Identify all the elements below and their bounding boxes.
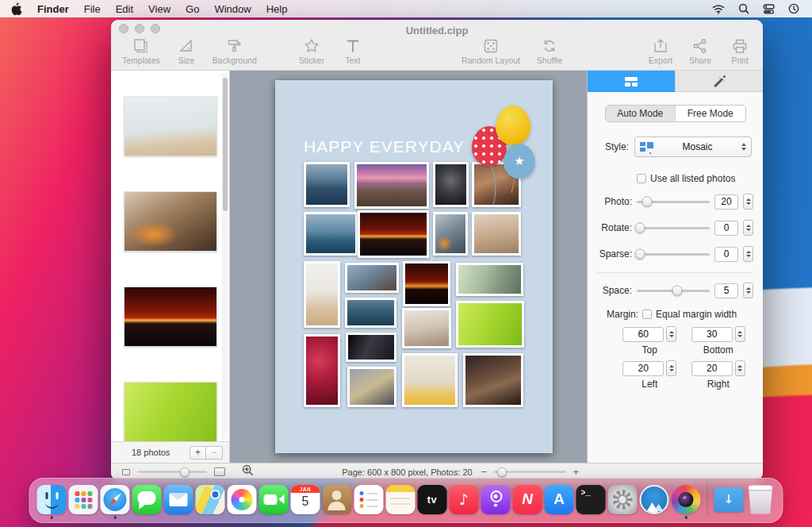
sparse-stepper[interactable] [743,246,753,262]
photo-slider[interactable] [637,201,710,203]
print-button[interactable]: Print [726,37,753,65]
thumbnail-size-slider[interactable] [137,471,207,473]
text-button[interactable]: Text [339,37,366,65]
control-center-icon[interactable] [763,4,775,14]
zoom-in-button[interactable]: + [573,467,579,477]
margin-right-input[interactable]: 20 [691,361,733,376]
templates-button[interactable]: Templates [122,37,160,65]
canvas-zoom-slider[interactable] [493,471,566,473]
margin-top-stepper[interactable] [666,326,676,342]
collage-photo-woman-at-window[interactable] [463,353,523,407]
balloons-sticker[interactable] [465,104,557,223]
slider-thumb[interactable] [672,286,682,296]
sparse-slider[interactable] [637,253,710,256]
photo-stepper[interactable] [743,194,753,210]
photo-thumb-red-sunset[interactable] [124,287,217,347]
tab-layout[interactable] [588,71,675,92]
photo-thumb-green-mantis[interactable] [124,382,217,442]
collage-photo-ocean-waves[interactable] [304,212,358,256]
style-dropdown[interactable]: Mosaic [634,137,752,157]
collage-photo-dark-knight[interactable] [346,333,396,362]
collage-photo-scifi-scene[interactable] [433,212,468,256]
dock-notes[interactable] [386,485,416,514]
dock-maps[interactable] [196,485,225,514]
dock-launchpad[interactable] [69,485,98,514]
size-button[interactable]: Size [173,37,200,65]
menu-item-go[interactable]: Go [186,3,199,15]
sparse-value[interactable]: 0 [714,247,738,262]
dock-music[interactable] [450,485,479,514]
random-layout-button[interactable]: Random Layout [462,37,520,65]
collage-photo-green-mantis[interactable] [456,301,524,348]
space-slider[interactable] [637,290,710,292]
zoom-button[interactable] [151,24,160,33]
slider-thumb[interactable] [497,467,507,477]
collage-page[interactable]: HAPPY EVERYDAY [275,80,553,453]
dock-tv[interactable]: tv [418,485,447,514]
dock-photo-collage[interactable] [672,485,701,514]
margin-bottom-stepper[interactable] [735,326,745,342]
shuffle-button[interactable]: Shuffle [536,37,563,65]
photo-value[interactable]: 20 [714,194,738,210]
dock-safari[interactable] [101,485,130,514]
minimize-button[interactable] [135,24,144,33]
space-value[interactable]: 5 [714,283,738,298]
collage-photo-red-sunset-small[interactable] [403,261,450,306]
dock-downloads[interactable] [714,485,744,514]
margin-left-stepper[interactable] [666,360,676,376]
collage-photo-dog-in-field[interactable] [402,353,458,407]
free-mode-option[interactable]: Free Mode [675,106,745,121]
collage-photo-revolver[interactable] [347,367,396,407]
auto-mode-option[interactable]: Auto Mode [606,106,676,121]
use-all-photos-checkbox[interactable] [637,174,646,183]
dock-system-preferences[interactable] [608,485,638,514]
slider-thumb[interactable] [634,249,645,260]
wifi-icon[interactable] [712,4,725,14]
dock-messages[interactable] [132,485,162,514]
dock-calendar[interactable]: JAN 5 [291,485,320,514]
sticker-button[interactable]: Sticker [298,37,325,65]
background-button[interactable]: Background [213,37,257,65]
scrollbar-thumb[interactable] [223,78,228,211]
rotate-slider[interactable] [637,227,710,229]
share-button[interactable]: Share [687,37,714,65]
margin-bottom-input[interactable]: 30 [691,327,733,342]
collage-photo-cat[interactable] [456,263,523,296]
photo-thumb-dog-on-sand[interactable] [124,96,217,156]
slider-thumb[interactable] [180,467,190,477]
search-icon[interactable] [738,3,749,14]
close-button[interactable] [119,24,128,33]
collage-photo-collie-closeup[interactable] [304,261,340,328]
menu-item-help[interactable]: Help [266,3,288,15]
menu-item-file[interactable]: File [84,3,101,15]
add-photo-button[interactable]: + [190,446,206,460]
title-bar[interactable]: Untitled.cipp [111,20,763,36]
collage-photo-raspberries[interactable] [304,334,340,407]
collage-photo-dark-warrior[interactable] [433,162,469,207]
zoom-out-button[interactable]: − [481,467,488,477]
apple-menu-icon[interactable] [11,2,22,15]
photo-thumb-scifi-crash[interactable] [124,191,217,252]
sidebar-scrollbar[interactable] [222,73,228,439]
collage-photo-ocean-waves-2[interactable] [345,298,396,328]
space-stepper[interactable] [743,283,753,298]
dock-news[interactable] [513,485,542,514]
dock-podcasts[interactable] [481,485,511,514]
margin-left-input[interactable]: 20 [622,361,664,376]
rotate-value[interactable]: 0 [714,221,738,236]
rotate-stepper[interactable] [743,220,753,236]
dock-reminders[interactable] [354,485,384,514]
tab-adjust[interactable] [675,71,763,92]
menu-item-view[interactable]: View [148,3,170,15]
dock-photos[interactable] [228,485,257,514]
dock-trash[interactable] [746,485,776,514]
dock-terminal[interactable] [576,485,606,514]
slider-thumb[interactable] [634,223,645,233]
dock-mail[interactable] [164,485,193,514]
menu-item-edit[interactable]: Edit [116,3,133,15]
collage-photo-woman-white-dress[interactable] [402,308,451,348]
dock-finder[interactable] [37,485,67,514]
collage-photo-red-sunset-wide[interactable] [358,210,429,258]
remove-photo-button[interactable]: − [206,446,223,460]
collage-photo-woman-in-blue[interactable] [345,263,399,293]
